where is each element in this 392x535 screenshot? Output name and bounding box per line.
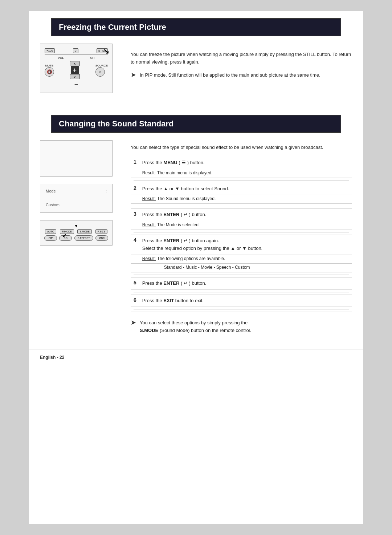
- page: Freezing the Current Picture ↘ +100 0 ST…: [29, 11, 363, 524]
- minus-sign: −: [45, 81, 108, 88]
- step-1-row: 1 Press the MENU ( ☰ ) button.: [131, 157, 352, 169]
- remote-row-1: AUTO P.MODE S.MODE P.SIZE: [43, 229, 109, 234]
- step-4-options-row: Standard - Music - Movie - Speech - Cust…: [131, 263, 352, 272]
- mode-label: Mode: [46, 189, 56, 193]
- so-arrow: ↙: [62, 232, 66, 238]
- custom-label: Custom: [46, 203, 60, 207]
- step-1-num: 1: [131, 157, 139, 169]
- source-label: SOURCE: [95, 64, 108, 67]
- step-4-row: 4 Press the ENTER ( ↵ ) button again. Se…: [131, 235, 352, 255]
- step-5-content: Press the ENTER ( ↵ ) button.: [139, 277, 352, 289]
- step-1-result-row: Result: The main menu is displayed.: [131, 169, 352, 178]
- steps-table: 1 Press the MENU ( ☰ ) button. Result: T…: [131, 157, 352, 312]
- note-arrow-icon: ➤: [131, 71, 136, 79]
- step-3-result-text: The Mode is selected.: [157, 222, 200, 227]
- section1-right: You can freeze the picture when watching…: [131, 44, 352, 93]
- step-6-row: 6 Press the EXIT button to exit.: [131, 295, 352, 307]
- step-2-result-label: Result:: [142, 196, 156, 201]
- step-5-num: 5: [131, 277, 139, 289]
- section1-desc: You can freeze the picture when watching…: [131, 51, 352, 66]
- label-ch: CH: [90, 56, 95, 60]
- so-area: SO ↙: [59, 235, 72, 241]
- btn-seffect: S.EFFECT: [74, 235, 93, 241]
- step-4-num: 4: [131, 235, 139, 255]
- section1-title: Freezing the Current Picture: [51, 18, 341, 36]
- mute-label: MUTE: [45, 64, 54, 67]
- step-3-num: 3: [131, 209, 139, 221]
- step-4-result-label: Result:: [142, 256, 156, 261]
- btn-100: +100: [45, 48, 55, 53]
- label-vol: VOL: [58, 56, 64, 60]
- btn-smode: S.MODE: [77, 229, 92, 234]
- remote-box-1: ↘ +100 0 STILL VOL CH: [40, 44, 113, 93]
- mute-area: MUTE 🔇: [45, 64, 54, 77]
- step-4-content: Press the ENTER ( ↵ ) button again. Sele…: [139, 235, 352, 255]
- step-4-result-text: The following options are available.: [157, 256, 225, 261]
- section1: Freezing the Current Picture ↘ +100 0 ST…: [29, 11, 363, 100]
- step-6-num: 6: [131, 295, 139, 307]
- section2-left: Mode : Custom ▼ AUTO P.MODE: [40, 140, 120, 335]
- still-arrow: ↘: [103, 47, 109, 56]
- step-2-result-text: The Sound menu is displayed.: [157, 196, 216, 201]
- spacer-between: [29, 100, 363, 108]
- step-3-result-label: Result:: [142, 222, 156, 227]
- source-area: SOURCE ○: [95, 64, 108, 77]
- step-4-result-row: Result: The following options are availa…: [131, 255, 352, 263]
- section2-title: Changing the Sound Standard: [51, 115, 341, 133]
- down-btn: ∨: [70, 74, 80, 79]
- step-1-content: Press the MENU ( ☰ ) button.: [139, 157, 352, 169]
- menu-box-2: Mode : Custom: [40, 184, 113, 213]
- source-btn: ○: [95, 67, 105, 77]
- spacer1: [131, 44, 352, 51]
- plus-minus-cross: ∧ + ∨: [70, 61, 80, 79]
- step-1-result-label: Result:: [142, 170, 156, 175]
- plus-btn: +: [71, 66, 79, 74]
- step-3-row: 3 Press the ENTER ( ↵ ) button.: [131, 209, 352, 221]
- mute-btn: 🔇: [45, 67, 54, 77]
- remote-bottom-box: ▼ AUTO P.MODE S.MODE P.SIZE PIP SO: [40, 220, 113, 246]
- step-4-options: Standard - Music - Movie - Speech - Cust…: [164, 265, 250, 270]
- up-btn: ∧: [70, 61, 80, 66]
- section1-note-row: ➤ In PIP mode, Still function will be ap…: [131, 72, 352, 79]
- step-2-content: Press the ▲ or ▼ button to select Sound.: [139, 183, 352, 195]
- note2-arrow-icon: ➤: [131, 319, 136, 335]
- remote-top-row: +100 0 STILL: [45, 48, 108, 55]
- section1-content: ↘ +100 0 STILL VOL CH: [40, 44, 352, 93]
- btn-mdc: MDC: [95, 235, 108, 241]
- step-6-content: Press the EXIT button to exit.: [139, 295, 352, 307]
- btn-0: 0: [73, 48, 78, 53]
- step-2-result-row: Result: The Sound menu is displayed.: [131, 195, 352, 204]
- section1-note: In PIP mode, Still function will be appl…: [140, 72, 320, 79]
- remote-center-row: MUTE 🔇 ∧ + ∨ SOURCE: [45, 61, 108, 79]
- step-3-result-row: Result: The Mode is selected.: [131, 221, 352, 230]
- remote-vol-ch-labels: VOL CH: [45, 56, 108, 60]
- mode-value: :: [106, 189, 107, 193]
- arrow-down-indicator: ▼: [43, 223, 109, 228]
- section2-note: You can select these options by simply p…: [140, 319, 251, 335]
- menu-box-1: [40, 140, 113, 177]
- remote-illustration-1: ↘ +100 0 STILL VOL CH: [40, 44, 120, 93]
- step-5-row: 5 Press the ENTER ( ↵ ) button.: [131, 277, 352, 289]
- btn-auto: AUTO: [45, 229, 56, 234]
- btn-psize: P.SIZE: [95, 229, 107, 234]
- btn-pip: PIP: [44, 235, 57, 241]
- step-1-result-text: The main menu is displayed.: [157, 170, 213, 175]
- pm-center: +: [71, 66, 79, 74]
- step-2-row: 2 Press the ▲ or ▼ button to select Soun…: [131, 183, 352, 195]
- section2-right: You can select the type of special sound…: [131, 140, 352, 335]
- menu-mode-row: Mode :: [44, 188, 109, 194]
- section2-note-row: ➤ You can select these options by simply…: [131, 319, 352, 335]
- step-3-content: Press the ENTER ( ↵ ) button.: [139, 209, 352, 221]
- step-2-num: 2: [131, 183, 139, 195]
- section2: Changing the Sound Standard Mode : Custo…: [29, 108, 363, 342]
- remote-row-2: PIP SO ↙ S.EFFECT MDC: [43, 235, 109, 241]
- footer: English - 22: [29, 349, 363, 365]
- section2-content: Mode : Custom ▼ AUTO P.MODE: [40, 140, 352, 335]
- section2-desc: You can select the type of special sound…: [131, 144, 352, 151]
- footer-text: English - 22: [40, 355, 64, 360]
- menu-custom-row: Custom: [44, 202, 109, 208]
